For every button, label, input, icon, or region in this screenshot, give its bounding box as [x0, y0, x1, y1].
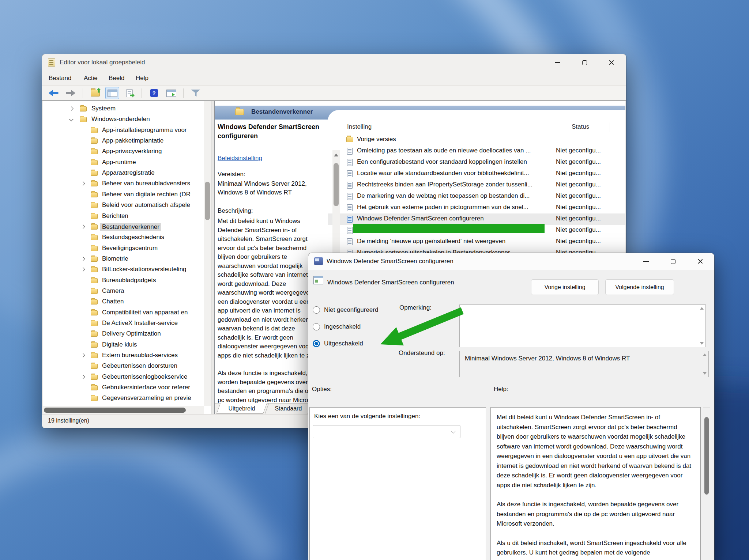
tree-item[interactable]: Berichten	[43, 212, 204, 222]
scroll-up-icon[interactable]	[334, 154, 338, 156]
tree-item[interactable]: Gebeurtenissenlogboekservice	[43, 372, 204, 382]
menu-item-help[interactable]: Help	[135, 71, 149, 86]
close-button[interactable]	[601, 54, 622, 71]
dialog-close-button[interactable]	[690, 253, 711, 270]
tree-item[interactable]: Beheer van digitale rechten (DR	[43, 190, 204, 200]
tree-item[interactable]: Apparaatregistratie	[43, 169, 204, 178]
radio-unchecked-icon[interactable]	[313, 323, 320, 330]
chevron-right-icon[interactable]	[81, 182, 85, 186]
column-header-instelling[interactable]: Instelling	[347, 123, 372, 130]
tree-item[interactable]: Compatibiliteit van apparaat en	[43, 308, 204, 318]
tree-item[interactable]: BitLocker-stationsversleuteling	[43, 265, 204, 275]
forward-button[interactable]	[64, 87, 78, 99]
scrollbar-thumb[interactable]	[44, 408, 186, 413]
dialog-minimize-button[interactable]	[635, 253, 656, 270]
minimize-button[interactable]	[547, 54, 568, 71]
tree-item[interactable]: Windows-onderdelen	[43, 115, 204, 125]
chevron-right-icon[interactable]	[69, 106, 73, 110]
settings-list-row[interactable]: Een configuratiebestand voor standaard k…	[328, 157, 625, 168]
maximize-button[interactable]	[574, 54, 595, 71]
column-header-status[interactable]: Status	[572, 123, 589, 130]
tree-item[interactable]: Delivery Optimization	[43, 329, 204, 339]
settings-list-row[interactable]: Het gebruik van externe paden in pictogr…	[328, 202, 625, 213]
scrollbar-thumb[interactable]	[334, 163, 339, 206]
policy-setting-link[interactable]: Beleidsinstelling	[218, 155, 262, 162]
tree-item[interactable]: Gebruikersinterface voor referer	[43, 383, 204, 393]
column-divider[interactable]	[610, 122, 610, 132]
up-one-level-button[interactable]	[88, 87, 102, 99]
chevron-right-icon[interactable]	[81, 353, 85, 357]
column-divider[interactable]	[550, 122, 550, 132]
back-button[interactable]	[46, 87, 60, 99]
radio-option[interactable]: Ingeschakeld	[313, 321, 361, 332]
chevron-down-icon[interactable]	[69, 117, 73, 121]
pane-header-label: Bestandenverkenner	[251, 108, 313, 116]
tree-item[interactable]: Beleid voor automatisch afspele	[43, 201, 204, 211]
tree-item[interactable]: Beheer van bureaubladvensters	[43, 179, 204, 189]
scroll-up-icon[interactable]	[703, 353, 707, 356]
maximize-icon	[671, 259, 675, 264]
scrollbar-thumb[interactable]	[205, 182, 210, 220]
radio-option[interactable]: Uitgeschakeld	[313, 338, 363, 349]
desktop: Editor voor lokaal groepsbeleid BestandA…	[0, 0, 749, 560]
options-dropdown[interactable]	[313, 425, 460, 438]
menu-item-bestand[interactable]: Bestand	[48, 71, 72, 86]
tree-item[interactable]: Extern bureaublad-services	[43, 351, 204, 361]
tree-item[interactable]: De ActiveX Installer-service	[43, 319, 204, 329]
next-setting-button[interactable]: Volgende instelling	[605, 279, 674, 295]
tab-uitgebreid[interactable]: Uitgebreid	[217, 403, 267, 414]
scroll-up-icon[interactable]	[700, 307, 704, 310]
previous-setting-button[interactable]: Vorige instelling	[531, 279, 599, 295]
scroll-down-icon[interactable]	[700, 342, 704, 345]
chevron-right-icon[interactable]	[81, 224, 85, 228]
settings-list-row[interactable]: Omleiding pas toestaan als oude en nieuw…	[328, 145, 625, 157]
scrollbar-thumb[interactable]	[704, 417, 709, 495]
settings-list-row[interactable]: Locatie waar alle standaardbestanden voo…	[328, 168, 625, 179]
settings-list-row[interactable]: Rechtstreeks binden aan IPropertySetStor…	[328, 179, 625, 191]
tree-item[interactable]: Bestandsgeschiedenis	[43, 233, 204, 243]
tree-item[interactable]: App-privacyverklaring	[43, 147, 204, 157]
tree-vertical-scrollbar[interactable]	[204, 101, 211, 406]
dialog-title-bar[interactable]: Windows Defender SmartScreen configurere…	[308, 253, 714, 270]
settings-list-row[interactable]: Vorige versies	[328, 134, 625, 145]
tree-item[interactable]: Beveiligingscentrum	[43, 244, 204, 254]
chevron-right-icon[interactable]	[81, 257, 85, 261]
tree-item[interactable]: Digitale kluis	[43, 340, 204, 350]
settings-list-row[interactable]: De markering van de webtag niet toepasse…	[328, 191, 625, 202]
menu-item-beeld[interactable]: Beeld	[108, 71, 125, 86]
export-list-button[interactable]	[123, 87, 136, 99]
tree-item[interactable]: Gebeurtenissen doorsturen	[43, 362, 204, 371]
folder-icon	[91, 385, 98, 390]
tree-item[interactable]: Camera	[43, 287, 204, 296]
settings-list-row[interactable]: De melding 'nieuwe app geïnstalleerd' ni…	[328, 236, 625, 247]
chevron-right-icon[interactable]	[81, 268, 85, 272]
tree-item[interactable]: Gegevensverzameling en previe	[43, 394, 204, 404]
help-scrollbar[interactable]	[703, 407, 710, 560]
tree-item[interactable]: Chatten	[43, 297, 204, 307]
settings-list-row[interactable]: Windows Defender SmartScreen configurere…	[328, 213, 625, 225]
dialog-maximize-button[interactable]	[662, 253, 684, 270]
tab-standaard[interactable]: Standaard	[265, 404, 312, 414]
title-bar[interactable]: Editor voor lokaal groepsbeleid	[42, 54, 626, 71]
tree-item[interactable]: App-pakketimplantatie	[43, 136, 204, 146]
radio-option[interactable]: Niet geconfigureerd	[313, 304, 378, 315]
tree-item[interactable]: App-runtime	[43, 158, 204, 168]
menu-item-actie[interactable]: Actie	[83, 71, 98, 86]
tree-item[interactable]: App-installatieprogramma voor	[43, 126, 204, 136]
comment-box[interactable]	[459, 304, 706, 347]
action-pane-button[interactable]	[164, 87, 178, 99]
radio-checked-icon[interactable]	[313, 340, 320, 347]
tree-item-label: Bestandenverkenner	[100, 223, 161, 231]
tree-item[interactable]: Bestandenverkenner	[43, 222, 204, 232]
filter-button[interactable]	[189, 87, 203, 99]
tree-item-label: App-pakketimplantatie	[102, 137, 163, 144]
scroll-down-icon[interactable]	[703, 372, 707, 375]
radio-unchecked-icon[interactable]	[313, 306, 320, 314]
tree-item[interactable]: Biometrie	[43, 254, 204, 264]
help-button[interactable]: ?	[147, 87, 161, 99]
chevron-right-icon[interactable]	[81, 375, 85, 379]
tree-horizontal-scrollbar[interactable]	[43, 406, 204, 414]
console-tree-button[interactable]	[105, 87, 119, 99]
tree-item[interactable]: Systeem	[43, 104, 204, 114]
tree-item[interactable]: Bureaubladgadgets	[43, 276, 204, 286]
